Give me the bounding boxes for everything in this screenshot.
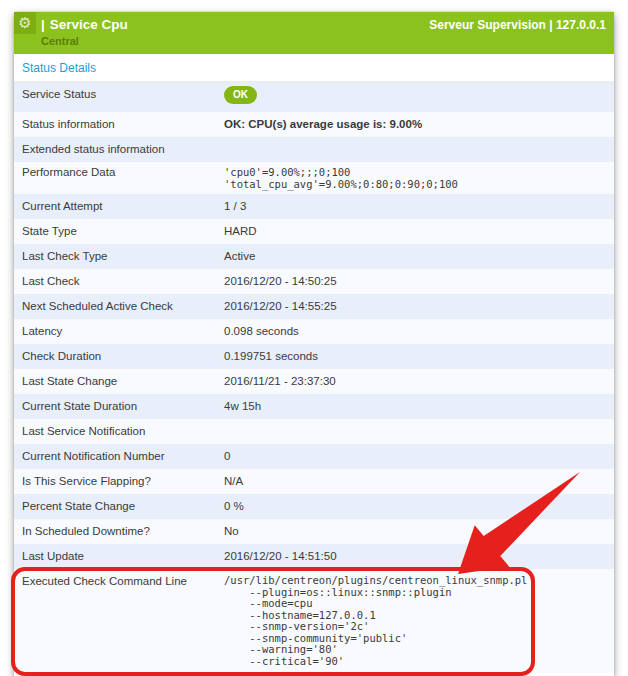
row-value: 2016/12/20 - 14:55:25	[224, 300, 606, 313]
row-label: State Type	[22, 225, 224, 238]
table-row: Last Check Type Active	[14, 244, 614, 269]
table-row: Next Scheduled Active Check 2016/12/20 -…	[14, 294, 614, 319]
row-value: 2016/12/20 - 14:50:25	[224, 275, 606, 288]
row-label: Status information	[22, 118, 224, 131]
row-value: Active	[224, 250, 606, 263]
row-label: Is This Service Flapping?	[22, 475, 224, 488]
row-value: 2016/11/21 - 23:37:30	[224, 375, 606, 388]
row-value: No	[224, 525, 606, 538]
row-label: Next Scheduled Active Check	[22, 300, 224, 313]
row-label: Last Check	[22, 275, 224, 288]
table-row: Last Check 2016/12/20 - 14:50:25	[14, 269, 614, 294]
table-row: Service Status OK	[14, 82, 614, 112]
row-value: 0.199751 seconds	[224, 350, 606, 363]
row-label: Check Duration	[22, 350, 224, 363]
row-label: In Scheduled Downtime?	[22, 525, 224, 538]
row-label: Latency	[22, 325, 224, 338]
table-row: Extended status information	[14, 137, 614, 162]
row-value: 0	[224, 450, 606, 463]
table-row: Performance Data 'cpu0'=9.00%;;;0;100 't…	[14, 162, 614, 194]
row-value	[224, 425, 606, 438]
table-row: Last Service Notification	[14, 419, 614, 444]
row-value: N/A	[224, 475, 606, 488]
table-row: Last Update 2016/12/20 - 14:51:50	[14, 544, 614, 569]
status-details-table: Service Status OK Status information OK:…	[14, 82, 614, 676]
row-label: Percent State Change	[22, 500, 224, 513]
row-value	[224, 143, 606, 156]
gear-icon[interactable]: ⚙	[14, 12, 36, 34]
row-label: Extended status information	[22, 143, 224, 156]
service-header: ⚙ | Service Cpu Serveur Supervision | 12…	[14, 12, 614, 54]
row-label: Current State Duration	[22, 400, 224, 413]
table-row: Percent State Change 0 %	[14, 494, 614, 519]
row-label: Last State Change	[22, 375, 224, 388]
status-badge: OK	[224, 86, 257, 104]
row-label: Last Check Type	[22, 250, 224, 263]
table-row-executed-command: Executed Check Command Line /usr/lib/cen…	[14, 569, 614, 673]
row-value: 'cpu0'=9.00%;;;0;100 'total_cpu_avg'=9.0…	[224, 166, 606, 190]
table-row: Status information OK: CPU(s) average us…	[14, 112, 614, 137]
row-value: 4w 15h	[224, 400, 606, 413]
row-label: Last Update	[22, 550, 224, 563]
table-row: State Type HARD	[14, 219, 614, 244]
row-label: Performance Data	[22, 166, 224, 190]
tab-status-details[interactable]: Status Details	[22, 61, 96, 75]
row-label: Service Status	[22, 88, 224, 106]
table-row: Last State Change 2016/11/21 - 23:37:30	[14, 369, 614, 394]
row-value: 0.098 seconds	[224, 325, 606, 338]
table-row: Is This Service Flapping? N/A	[14, 469, 614, 494]
service-detail-panel: ⚙ | Service Cpu Serveur Supervision | 12…	[14, 12, 614, 676]
table-row: Check Duration 0.199751 seconds	[14, 344, 614, 369]
row-value: OK	[224, 88, 606, 106]
table-row: Latency 0.098 seconds	[14, 319, 614, 344]
table-row: In Scheduled Downtime? No	[14, 519, 614, 544]
row-value: OK: CPU(s) average usage is: 9.00%	[224, 118, 606, 131]
row-label: Last Service Notification	[22, 425, 224, 438]
table-row: Current Attempt 1 / 3	[14, 194, 614, 219]
table-row: Current Notification Number 0	[14, 444, 614, 469]
title-separator: |	[41, 17, 45, 32]
row-value: HARD	[224, 225, 606, 238]
row-value-command-line: /usr/lib/centreon/plugins/centreon_linux…	[224, 575, 606, 667]
row-value: 0 %	[224, 500, 606, 513]
row-label: Current Notification Number	[22, 450, 224, 463]
row-label: Current Attempt	[22, 200, 224, 213]
tab-bar: Status Details	[14, 54, 614, 82]
page-title: Service Cpu	[50, 17, 128, 32]
server-info: Serveur Supervision | 127.0.0.1	[429, 18, 606, 32]
row-label: Executed Check Command Line	[22, 575, 224, 667]
table-row: Current State Duration 4w 15h	[14, 394, 614, 419]
row-value: 1 / 3	[224, 200, 606, 213]
poller-name: Central	[14, 35, 614, 47]
row-value: 2016/12/20 - 14:51:50	[224, 550, 606, 563]
